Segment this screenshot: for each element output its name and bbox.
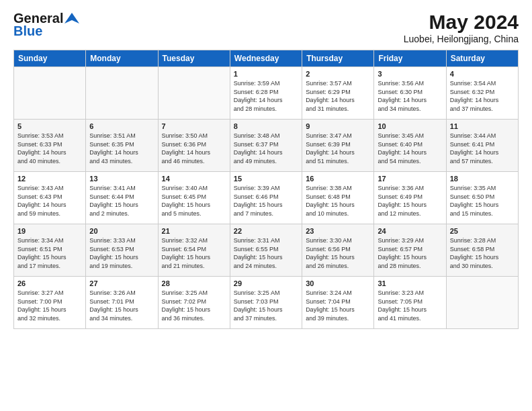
week-row-2: 5Sunrise: 3:53 AM Sunset: 6:33 PM Daylig… [14, 120, 519, 172]
day-info: Sunrise: 3:30 AM Sunset: 6:56 PM Dayligh… [306, 236, 370, 270]
day-info: Sunrise: 3:47 AM Sunset: 6:39 PM Dayligh… [306, 132, 370, 165]
day-number: 29 [234, 279, 298, 287]
day-number: 28 [162, 279, 226, 287]
calendar-cell: 18Sunrise: 3:35 AM Sunset: 6:50 PM Dayli… [446, 172, 518, 224]
calendar-cell: 22Sunrise: 3:31 AM Sunset: 6:55 PM Dayli… [230, 224, 302, 277]
weekday-header-row: SundayMondayTuesdayWednesdayThursdayFrid… [14, 50, 519, 67]
calendar-cell: 12Sunrise: 3:43 AM Sunset: 6:43 PM Dayli… [14, 172, 86, 224]
calendar-cell: 15Sunrise: 3:39 AM Sunset: 6:46 PM Dayli… [230, 172, 302, 224]
calendar-cell: 16Sunrise: 3:38 AM Sunset: 6:48 PM Dayli… [302, 172, 374, 224]
logo-bird-icon [64, 11, 79, 26]
calendar-cell [14, 67, 86, 120]
day-info: Sunrise: 3:54 AM Sunset: 6:32 PM Dayligh… [450, 79, 515, 113]
day-number: 12 [17, 175, 82, 183]
day-number: 18 [450, 175, 515, 183]
day-info: Sunrise: 3:24 AM Sunset: 7:04 PM Dayligh… [306, 289, 370, 322]
day-number: 1 [234, 70, 298, 78]
svg-marker-0 [64, 13, 79, 24]
day-info: Sunrise: 3:41 AM Sunset: 6:44 PM Dayligh… [89, 184, 154, 218]
calendar-cell: 2Sunrise: 3:57 AM Sunset: 6:29 PM Daylig… [302, 67, 374, 120]
calendar-cell: 25Sunrise: 3:28 AM Sunset: 6:58 PM Dayli… [446, 224, 518, 277]
day-info: Sunrise: 3:56 AM Sunset: 6:30 PM Dayligh… [378, 79, 442, 113]
day-number: 19 [17, 227, 82, 235]
week-row-4: 19Sunrise: 3:34 AM Sunset: 6:51 PM Dayli… [14, 224, 519, 277]
day-info: Sunrise: 3:36 AM Sunset: 6:49 PM Dayligh… [378, 184, 442, 218]
day-number: 16 [306, 175, 370, 183]
day-number: 15 [234, 175, 298, 183]
day-number: 4 [450, 70, 515, 78]
day-info: Sunrise: 3:26 AM Sunset: 7:01 PM Dayligh… [89, 289, 154, 322]
calendar-cell [446, 277, 518, 329]
day-number: 21 [162, 227, 226, 235]
calendar-cell: 14Sunrise: 3:40 AM Sunset: 6:45 PM Dayli… [158, 172, 230, 224]
week-row-1: 1Sunrise: 3:59 AM Sunset: 6:28 PM Daylig… [14, 67, 519, 120]
day-info: Sunrise: 3:23 AM Sunset: 7:05 PM Dayligh… [378, 289, 442, 322]
calendar-cell: 13Sunrise: 3:41 AM Sunset: 6:44 PM Dayli… [86, 172, 158, 224]
calendar-cell [86, 67, 158, 120]
day-info: Sunrise: 3:27 AM Sunset: 7:00 PM Dayligh… [17, 289, 82, 322]
day-number: 13 [89, 175, 154, 183]
calendar-cell: 11Sunrise: 3:44 AM Sunset: 6:41 PM Dayli… [446, 120, 518, 172]
page: General Blue May 2024 Luobei, Heilongjia… [0, 0, 532, 411]
calendar-cell: 1Sunrise: 3:59 AM Sunset: 6:28 PM Daylig… [230, 67, 302, 120]
title-block: May 2024 Luobei, Heilongjiang, China [404, 11, 519, 44]
day-number: 14 [162, 175, 226, 183]
day-number: 17 [378, 175, 442, 183]
location: Luobei, Heilongjiang, China [404, 34, 519, 44]
day-number: 25 [450, 227, 515, 235]
day-number: 9 [306, 122, 370, 130]
day-info: Sunrise: 3:57 AM Sunset: 6:29 PM Dayligh… [306, 79, 370, 113]
calendar-cell: 3Sunrise: 3:56 AM Sunset: 6:30 PM Daylig… [374, 67, 446, 120]
calendar-cell: 27Sunrise: 3:26 AM Sunset: 7:01 PM Dayli… [86, 277, 158, 329]
day-number: 26 [17, 279, 82, 287]
day-info: Sunrise: 3:32 AM Sunset: 6:54 PM Dayligh… [162, 236, 226, 270]
day-info: Sunrise: 3:53 AM Sunset: 6:33 PM Dayligh… [17, 132, 82, 165]
week-row-3: 12Sunrise: 3:43 AM Sunset: 6:43 PM Dayli… [14, 172, 519, 224]
day-info: Sunrise: 3:25 AM Sunset: 7:03 PM Dayligh… [234, 289, 298, 322]
calendar-cell: 7Sunrise: 3:50 AM Sunset: 6:36 PM Daylig… [158, 120, 230, 172]
calendar-cell: 23Sunrise: 3:30 AM Sunset: 6:56 PM Dayli… [302, 224, 374, 277]
day-number: 8 [234, 122, 298, 130]
logo-blue: Blue [13, 24, 42, 39]
day-info: Sunrise: 3:43 AM Sunset: 6:43 PM Dayligh… [17, 184, 82, 218]
day-info: Sunrise: 3:35 AM Sunset: 6:50 PM Dayligh… [450, 184, 515, 218]
weekday-header-friday: Friday [374, 50, 446, 67]
calendar-cell: 26Sunrise: 3:27 AM Sunset: 7:00 PM Dayli… [14, 277, 86, 329]
calendar-cell: 28Sunrise: 3:25 AM Sunset: 7:02 PM Dayli… [158, 277, 230, 329]
day-number: 2 [306, 70, 370, 78]
day-info: Sunrise: 3:29 AM Sunset: 6:57 PM Dayligh… [378, 236, 442, 270]
calendar-cell: 6Sunrise: 3:51 AM Sunset: 6:35 PM Daylig… [86, 120, 158, 172]
day-info: Sunrise: 3:48 AM Sunset: 6:37 PM Dayligh… [234, 132, 298, 165]
day-info: Sunrise: 3:51 AM Sunset: 6:35 PM Dayligh… [89, 132, 154, 165]
day-number: 24 [378, 227, 442, 235]
calendar-cell: 5Sunrise: 3:53 AM Sunset: 6:33 PM Daylig… [14, 120, 86, 172]
day-number: 11 [450, 122, 515, 130]
logo: General Blue [13, 11, 79, 39]
calendar-cell: 10Sunrise: 3:45 AM Sunset: 6:40 PM Dayli… [374, 120, 446, 172]
day-info: Sunrise: 3:33 AM Sunset: 6:53 PM Dayligh… [89, 236, 154, 270]
day-info: Sunrise: 3:45 AM Sunset: 6:40 PM Dayligh… [378, 132, 442, 165]
calendar-table: SundayMondayTuesdayWednesdayThursdayFrid… [13, 50, 519, 329]
day-number: 30 [306, 279, 370, 287]
calendar-cell: 19Sunrise: 3:34 AM Sunset: 6:51 PM Dayli… [14, 224, 86, 277]
day-info: Sunrise: 3:59 AM Sunset: 6:28 PM Dayligh… [234, 79, 298, 113]
calendar-cell: 29Sunrise: 3:25 AM Sunset: 7:03 PM Dayli… [230, 277, 302, 329]
day-number: 20 [89, 227, 154, 235]
calendar-cell: 21Sunrise: 3:32 AM Sunset: 6:54 PM Dayli… [158, 224, 230, 277]
day-info: Sunrise: 3:38 AM Sunset: 6:48 PM Dayligh… [306, 184, 370, 218]
day-number: 7 [162, 122, 226, 130]
day-number: 3 [378, 70, 442, 78]
day-number: 5 [17, 122, 82, 130]
day-info: Sunrise: 3:31 AM Sunset: 6:55 PM Dayligh… [234, 236, 298, 270]
calendar-cell: 24Sunrise: 3:29 AM Sunset: 6:57 PM Dayli… [374, 224, 446, 277]
day-number: 6 [89, 122, 154, 130]
day-number: 31 [378, 279, 442, 287]
day-number: 10 [378, 122, 442, 130]
weekday-header-sunday: Sunday [14, 50, 86, 67]
calendar-cell: 31Sunrise: 3:23 AM Sunset: 7:05 PM Dayli… [374, 277, 446, 329]
day-info: Sunrise: 3:50 AM Sunset: 6:36 PM Dayligh… [162, 132, 226, 165]
day-info: Sunrise: 3:34 AM Sunset: 6:51 PM Dayligh… [17, 236, 82, 270]
weekday-header-saturday: Saturday [446, 50, 518, 67]
calendar-cell: 30Sunrise: 3:24 AM Sunset: 7:04 PM Dayli… [302, 277, 374, 329]
calendar-cell: 4Sunrise: 3:54 AM Sunset: 6:32 PM Daylig… [446, 67, 518, 120]
